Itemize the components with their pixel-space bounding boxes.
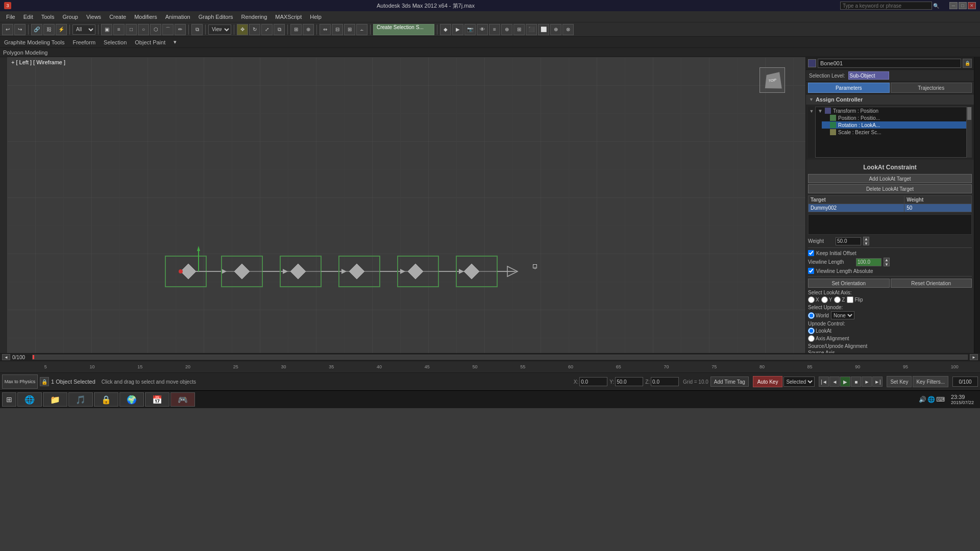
- extra-ribbon-btn[interactable]: ▾: [172, 38, 179, 46]
- layer-btn[interactable]: ⊕: [501, 24, 512, 35]
- lock-icon[interactable]: 🔒: [963, 59, 972, 68]
- set-orientation-btn[interactable]: Set Orientation: [808, 279, 890, 288]
- y-coord-input[interactable]: [615, 377, 643, 386]
- mirror-btn[interactable]: ⇔: [320, 24, 331, 35]
- rect-select-btn[interactable]: □: [126, 24, 137, 35]
- tree-item-transform[interactable]: ▼ Transform : Position: [816, 107, 966, 114]
- render-btn[interactable]: ⬛: [526, 24, 537, 35]
- autokey-mode-select[interactable]: Selected: [783, 377, 815, 387]
- menu-maxscript[interactable]: MAXScript: [271, 13, 306, 21]
- link-btn[interactable]: 🔗: [31, 24, 42, 35]
- key-filters-btn[interactable]: Key Filters...: [913, 376, 948, 387]
- unlink-btn[interactable]: ⛓: [43, 24, 55, 35]
- add-lookat-target-btn[interactable]: Add LookAt Target: [808, 174, 972, 183]
- ref-coord-btn[interactable]: ⊞: [290, 24, 302, 35]
- undo-btn[interactable]: ↩: [2, 24, 13, 35]
- menu-rendering[interactable]: Rendering: [237, 13, 272, 21]
- align3-btn[interactable]: ⫠: [356, 24, 368, 35]
- tree-item-position[interactable]: Position : Positio...: [822, 114, 966, 121]
- reset-orientation-btn[interactable]: Reset Orientation: [891, 279, 972, 288]
- target-name-cell[interactable]: Dummy002: [808, 204, 904, 212]
- taskbar-app-web[interactable]: 🌍: [119, 392, 144, 407]
- autokey-btn[interactable]: Auto Key: [753, 376, 783, 387]
- go-end-btn[interactable]: ►|: [872, 377, 883, 387]
- taskbar-app-media[interactable]: 🎵: [68, 392, 93, 407]
- tree-item-rotation[interactable]: Rotation : LookA...: [822, 121, 966, 129]
- world-radio[interactable]: World: [808, 312, 829, 319]
- search-input[interactable]: [840, 2, 932, 10]
- x-coord-input[interactable]: [579, 377, 607, 386]
- minimize-btn[interactable]: ─: [949, 2, 958, 9]
- prev-frame-btn[interactable]: ◄: [829, 377, 840, 387]
- select-obj-btn[interactable]: ▣: [101, 24, 112, 35]
- taskbar-app-3dsmax[interactable]: 🎮: [170, 392, 195, 407]
- ribbon-btn[interactable]: ≡: [489, 24, 500, 35]
- lookat-y-radio[interactable]: Y: [821, 296, 832, 303]
- freeform-btn[interactable]: Freeform: [70, 38, 97, 46]
- render2-btn[interactable]: ⬜: [538, 24, 549, 35]
- target-weight-cell[interactable]: 50: [904, 204, 972, 212]
- timeline-bar[interactable]: [32, 355, 968, 360]
- squash-btn[interactable]: ⧉: [274, 24, 285, 35]
- play-btn[interactable]: ▶: [840, 377, 850, 387]
- start-btn[interactable]: ⊞: [2, 392, 16, 407]
- object-paint-btn[interactable]: Object Paint: [133, 38, 167, 46]
- circle-select-btn[interactable]: ○: [138, 24, 149, 35]
- play-btn[interactable]: ▶: [452, 24, 463, 35]
- tree-scrollbar-thumb[interactable]: [967, 107, 971, 120]
- lasso-select-btn[interactable]: ⌒: [162, 24, 174, 35]
- view-cube[interactable]: TOP: [760, 67, 785, 93]
- timeline-position-marker[interactable]: [33, 355, 34, 359]
- sub-object-input[interactable]: [848, 71, 889, 80]
- rotate-btn[interactable]: ↻: [249, 24, 260, 35]
- redo-btn[interactable]: ↪: [14, 24, 26, 35]
- delete-lookat-target-btn[interactable]: Delete LookAt Target: [808, 184, 972, 193]
- stop-btn[interactable]: ■: [851, 377, 861, 387]
- menu-graph-editors[interactable]: Graph Editors: [194, 13, 237, 21]
- viewline-length-input[interactable]: [856, 258, 881, 266]
- align2-btn[interactable]: ⊞: [344, 24, 355, 35]
- anim-key-btn[interactable]: ◆: [440, 24, 451, 35]
- next-frame-btn[interactable]: ►: [862, 377, 872, 387]
- taskbar-app-calendar[interactable]: 📅: [145, 392, 169, 407]
- camera-btn[interactable]: 📷: [464, 24, 476, 35]
- fence-select-btn[interactable]: ⬡: [150, 24, 161, 35]
- tree-scrollbar[interactable]: [967, 107, 972, 158]
- search-bar[interactable]: 🔍: [840, 2, 939, 10]
- bone-name-input[interactable]: [818, 59, 961, 68]
- menu-tools[interactable]: Tools: [37, 13, 59, 21]
- assign-controller-header[interactable]: ▼ Assign Controller: [806, 94, 974, 105]
- parameters-tab[interactable]: Parameters: [808, 83, 890, 93]
- align-btn[interactable]: ⊟: [332, 24, 343, 35]
- weight-input[interactable]: [836, 237, 861, 245]
- menu-create[interactable]: Create: [105, 13, 130, 21]
- tree-item-scale[interactable]: Scale : Bezier Sc...: [822, 129, 966, 136]
- weight-spinner-up[interactable]: ▲ ▼: [863, 237, 869, 245]
- move-btn[interactable]: ✥: [237, 24, 248, 35]
- viewline-spinner[interactable]: ▲ ▼: [884, 258, 890, 266]
- menu-group[interactable]: Group: [58, 13, 82, 21]
- bind-btn[interactable]: ⚡: [56, 24, 67, 35]
- physics-btn[interactable]: Max to Physics: [2, 374, 38, 389]
- extra3-btn[interactable]: ⊗: [562, 24, 574, 35]
- lookat-radio[interactable]: LookAt: [808, 328, 972, 334]
- filter-select[interactable]: All: [72, 24, 95, 35]
- lookat-x-radio[interactable]: X: [808, 296, 819, 303]
- upnode-select[interactable]: None: [831, 311, 854, 319]
- extra-btn[interactable]: ⊞: [513, 24, 525, 35]
- taskbar-app-files[interactable]: 📁: [43, 392, 67, 407]
- view-select[interactable]: View: [208, 24, 231, 35]
- menu-edit[interactable]: Edit: [19, 13, 37, 21]
- window-crossing-btn[interactable]: ⧉: [191, 24, 203, 35]
- window-controls[interactable]: ─ □ ✕: [949, 2, 976, 9]
- lock-selection-btn[interactable]: 🔒: [40, 377, 49, 386]
- maximize-btn[interactable]: □: [959, 2, 967, 9]
- extra2-btn[interactable]: ⊕: [550, 24, 561, 35]
- pivot-btn[interactable]: ⊕: [303, 24, 314, 35]
- timeline-nav-next[interactable]: ►: [970, 354, 978, 360]
- menu-animation[interactable]: Animation: [161, 13, 194, 21]
- lookat-flip-radio[interactable]: Flip: [847, 296, 863, 303]
- viewport[interactable]: + [ Left ] [ Wireframe ] TOP: [7, 57, 805, 353]
- create-selection-btn[interactable]: Create Selection S...: [373, 24, 434, 35]
- lookat-z-radio[interactable]: Z: [834, 296, 845, 303]
